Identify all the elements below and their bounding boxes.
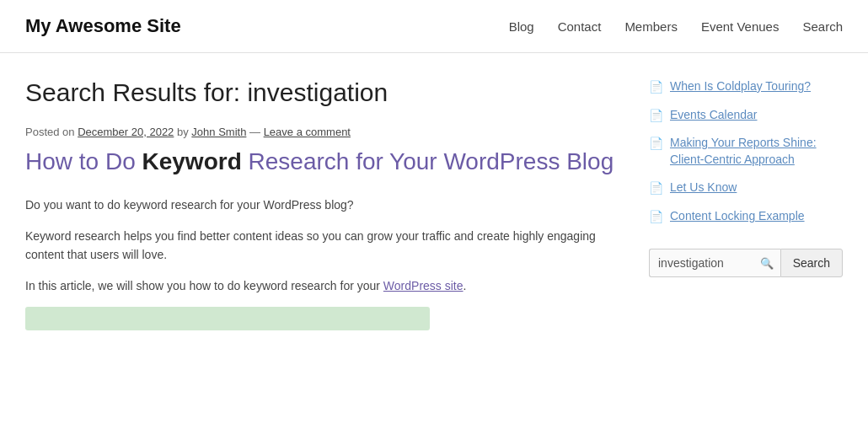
nav-blog[interactable]: Blog [509,19,534,34]
post-para-3: In this article, we will show you how to… [25,276,615,295]
page-icon: 📄 [649,80,663,94]
page-icon: 📄 [649,181,663,195]
search-results-heading: Search Results for: investigation [25,78,615,107]
green-bar-decoration [25,307,430,330]
post-title-part1: How to Do [25,148,142,174]
content-area: Search Results for: investigation Posted… [25,78,615,330]
sidebar-link-item: 📄 When Is Coldplay Touring? [649,78,843,95]
post-title-keyword: Keyword [142,148,242,174]
sidebar-search-input-wrapper: 🔍 [649,249,780,277]
post-comment-link[interactable]: Leave a comment [264,126,351,138]
sidebar-link-item: 📄 Making Your Reports Shine: Client-Cent… [649,135,843,168]
page-icon: 📄 [649,210,663,223]
sidebar-link-4[interactable]: Let Us Know [670,180,737,196]
main-nav: Blog Contact Members Event Venues Search [509,19,843,34]
sidebar-link-1[interactable]: When Is Coldplay Touring? [670,78,811,95]
post-wordpress-link[interactable]: WordPress site [383,279,463,292]
sidebar-search-input[interactable] [649,249,780,277]
post-body: Do you want to do keyword research for y… [25,196,615,295]
sidebar-link-3[interactable]: Making Your Reports Shine: Client-Centri… [670,135,843,168]
post-title: How to Do Keyword Research for Your Word… [25,147,615,177]
sidebar-link-item: 📄 Content Locking Example [649,208,843,225]
sidebar-link-2[interactable]: Events Calendar [670,107,758,124]
sidebar-search-button[interactable]: Search [780,249,843,277]
post-para-1: Do you want to do keyword research for y… [25,196,615,214]
sidebar-search-form: 🔍 Search [649,249,843,277]
sidebar-link-item: 📄 Events Calendar [649,107,843,124]
sidebar-link-5[interactable]: Content Locking Example [670,208,805,225]
sidebar-links: 📄 When Is Coldplay Touring? 📄 Events Cal… [649,78,843,225]
page-icon: 📄 [649,137,663,150]
page-icon: 📄 [649,109,663,122]
nav-search[interactable]: Search [802,19,843,34]
nav-event-venues[interactable]: Event Venues [701,19,780,34]
sidebar-link-item: 📄 Let Us Know [649,180,843,196]
post-meta: Posted on December 20, 2022 by John Smit… [25,126,615,138]
post-para-2: Keyword research helps you find better c… [25,227,615,265]
sidebar: 📄 When Is Coldplay Touring? 📄 Events Cal… [649,78,843,330]
post-title-part3: Research for Your WordPress Blog [242,148,613,174]
nav-members[interactable]: Members [624,19,678,34]
post-date[interactable]: December 20, 2022 [78,126,174,138]
post-author[interactable]: John Smith [191,126,246,138]
nav-contact[interactable]: Contact [558,19,602,34]
site-title: My Awesome Site [25,15,181,37]
